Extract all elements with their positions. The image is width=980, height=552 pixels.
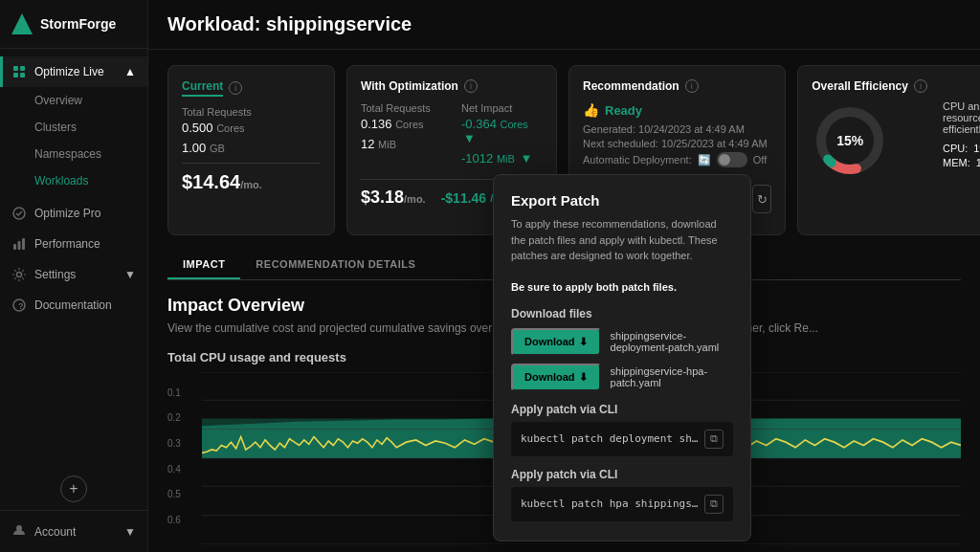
svg-rect-0 <box>13 66 18 71</box>
logo-text: StormForge <box>40 16 116 32</box>
popup-download-title: Download files <box>511 307 733 320</box>
export-patch-popup: Export Patch To apply these recommendati… <box>493 174 751 541</box>
sidebar-item-overview[interactable]: Overview <box>0 87 147 114</box>
sidebar-item-workloads[interactable]: Workloads <box>0 167 147 194</box>
download-icon-2: ⬇ <box>579 371 588 384</box>
sidebar-item-optimize-pro[interactable]: Optimize Pro <box>0 198 147 229</box>
svg-rect-3 <box>20 73 25 77</box>
svg-rect-7 <box>22 238 25 250</box>
download-label-1: Download <box>524 336 575 347</box>
svg-rect-2 <box>13 73 18 77</box>
download-filename-2: shippingservice-hpa-patch.yaml <box>611 365 733 388</box>
download-filename-1: shippingservice-deployment-patch.yaml <box>611 330 733 353</box>
account-item[interactable]: Account ▼ <box>11 522 136 541</box>
sidebar-item-optimize-pro-label: Optimize Pro <box>34 207 100 220</box>
add-button[interactable]: + <box>60 475 87 502</box>
popup-title: Export Patch <box>511 192 733 209</box>
docs-icon: ? <box>11 298 27 313</box>
account-label: Account <box>34 525 76 539</box>
main-content: Workload: shippingservice Current i Tota… <box>148 0 980 552</box>
download-row-2: Download ⬇ shippingservice-hpa-patch.yam… <box>511 364 733 391</box>
performance-icon <box>11 236 27 252</box>
account-icon <box>11 522 27 541</box>
settings-icon <box>11 267 27 282</box>
copy-button-1[interactable]: ⧉ <box>704 430 724 449</box>
cli-code-1: kubectl patch deployment shippingservi <box>521 432 704 445</box>
logo-area: StormForge <box>0 0 147 49</box>
page-title: Workload: shippingservice <box>167 13 961 35</box>
account-chevron-icon: ▼ <box>124 525 136 539</box>
page-header: Workload: shippingservice <box>148 0 980 50</box>
copy-button-2[interactable]: ⧉ <box>704 495 724 514</box>
download-icon-1: ⬇ <box>579 336 588 348</box>
svg-point-8 <box>17 273 22 277</box>
svg-rect-6 <box>18 241 21 250</box>
sidebar-item-optimize-live[interactable]: Optimize Live ▲ <box>0 56 147 87</box>
download-label-2: Download <box>524 371 575 383</box>
page-title-value: shippingservice <box>266 13 412 34</box>
cli-label-1: Apply patch via CLI <box>511 403 733 416</box>
cli-box-1: kubectl patch deployment shippingservi ⧉ <box>511 422 733 456</box>
sidebar-item-documentation[interactable]: ? Documentation <box>0 290 147 320</box>
download-row-1: Download ⬇ shippingservice-deployment-pa… <box>511 328 733 356</box>
chevron-up-icon: ▲ <box>124 65 136 78</box>
cli-label-2: Apply patch via CLI <box>511 468 733 481</box>
optimize-pro-icon <box>11 206 27 221</box>
cli-box-2: kubectl patch hpa shippingservice -n h ⧉ <box>511 487 733 521</box>
content-area: Current i Total Requests 0.500 Cores 1.0… <box>148 50 980 552</box>
popup-description: To apply these recommendations, download… <box>511 216 733 296</box>
sidebar-item-documentation-label: Documentation <box>34 298 112 312</box>
sidebar-item-settings-label: Settings <box>34 268 76 281</box>
sidebar-item-optimize-live-label: Optimize Live <box>34 65 104 78</box>
download-button-1[interactable]: Download ⬇ <box>511 328 601 356</box>
sidebar-item-performance[interactable]: Performance <box>0 229 147 259</box>
sidebar-bottom: Account ▼ <box>0 510 147 552</box>
svg-text:?: ? <box>18 301 24 311</box>
popup-overlay: Export Patch To apply these recommendati… <box>148 50 980 552</box>
logo-icon <box>11 13 33 34</box>
sidebar-nav: Optimize Live ▲ Overview Clusters Namesp… <box>0 49 147 468</box>
sidebar-item-settings[interactable]: Settings ▼ <box>0 259 147 290</box>
optimize-live-icon <box>11 64 27 79</box>
svg-rect-1 <box>20 66 25 71</box>
sidebar-item-performance-label: Performance <box>34 237 100 251</box>
page-title-prefix: Workload: <box>167 13 266 34</box>
popup-note: Be sure to apply both patch files. <box>511 281 677 293</box>
sidebar-item-clusters[interactable]: Clusters <box>0 114 147 141</box>
chevron-down-icon: ▼ <box>124 268 136 281</box>
svg-rect-5 <box>13 244 16 250</box>
sidebar-item-namespaces[interactable]: Namespaces <box>0 141 147 167</box>
nav-section-optimize-live: Optimize Live ▲ Overview Clusters Namesp… <box>0 56 147 194</box>
sidebar: StormForge Optimize Live ▲ Overview Clus… <box>0 0 148 552</box>
cli-code-2: kubectl patch hpa shippingservice -n h <box>521 497 704 510</box>
download-button-2[interactable]: Download ⬇ <box>511 364 601 391</box>
